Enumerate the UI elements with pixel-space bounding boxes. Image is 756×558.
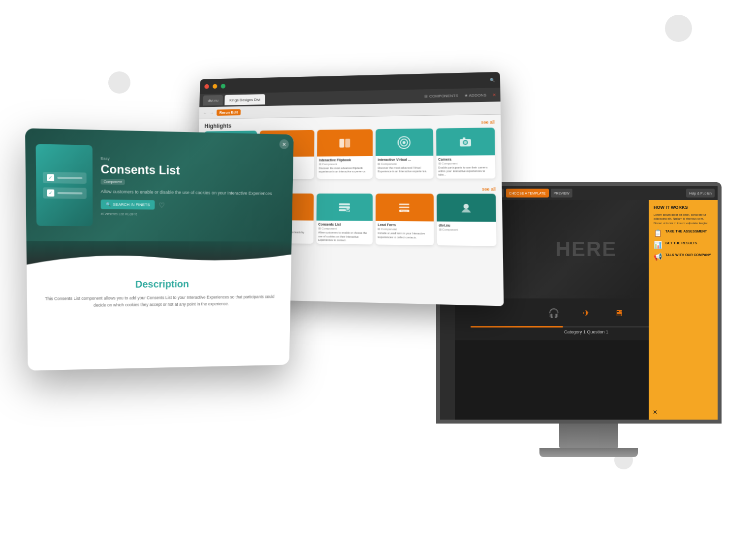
hiw-step-1: 📋 TAKE THE ASSESSMENT bbox=[654, 229, 713, 237]
titlebar-close-dot bbox=[204, 84, 209, 89]
browser-tab-divinu[interactable]: divi.nu bbox=[203, 95, 223, 106]
card-thumb-8 bbox=[316, 194, 373, 221]
decorative-circle-1 bbox=[665, 15, 692, 42]
browser-tab-kingsdesigns[interactable]: Kings Designs Divi bbox=[224, 94, 265, 105]
description-title: Description bbox=[39, 278, 280, 291]
card-title-4: Interactive Virtual ... bbox=[378, 158, 431, 162]
wave-svg bbox=[27, 251, 291, 271]
search-icon: 🔍 bbox=[106, 202, 111, 207]
consent-card-bottom: Description This Consents List component… bbox=[27, 270, 291, 318]
consent-line-1 bbox=[57, 177, 82, 179]
card-title-10: divi.nu bbox=[439, 224, 494, 228]
svg-text:Submit: Submit bbox=[402, 209, 409, 212]
card-title-8: Consents List bbox=[318, 223, 371, 227]
monitor-stand bbox=[559, 424, 618, 448]
titlebar-max-dot bbox=[221, 84, 225, 89]
card-title-3: Interactive Flipbook bbox=[319, 158, 371, 162]
component-card-10[interactable]: divi.nu ⊞ Component bbox=[437, 194, 497, 246]
consent-card-text: Easy Consents List Component Allow custo… bbox=[100, 156, 284, 217]
monitor-hero-text: HERE bbox=[556, 237, 617, 261]
tab-label-kings: Kings Designs Divi bbox=[229, 98, 260, 102]
card-thumb-5 bbox=[436, 128, 495, 156]
hiw-step-1-text: TAKE THE ASSESSMENT bbox=[665, 229, 707, 233]
card-thumb-10 bbox=[437, 194, 496, 222]
forward-btn[interactable]: → bbox=[210, 110, 214, 115]
see-all-link-bottom[interactable]: see all bbox=[482, 187, 496, 192]
card-thumb-4 bbox=[376, 129, 433, 156]
card-info-10: divi.nu ⊞ Component bbox=[437, 222, 496, 235]
card-desc-8: Allow customers to enable or choose the … bbox=[318, 231, 371, 242]
card-thumb-lead: Submit bbox=[376, 194, 434, 222]
browser-close-btn[interactable]: ✕ bbox=[493, 93, 496, 97]
results-icon: 📊 bbox=[654, 241, 662, 249]
monitor-help-btn[interactable]: Help & Publish bbox=[686, 189, 715, 197]
components-btn[interactable]: ⊞ COMPONENTS bbox=[425, 93, 458, 98]
card-type-4: ⊞ Component bbox=[378, 162, 431, 165]
svg-rect-19 bbox=[399, 206, 410, 208]
search-bar: 🔍 bbox=[490, 78, 495, 82]
favorite-icon[interactable]: ♡ bbox=[159, 201, 165, 209]
svg-rect-11 bbox=[463, 137, 465, 139]
checkbox-2: ✓ bbox=[47, 189, 54, 197]
megaphone-icon: 📢 bbox=[654, 253, 662, 261]
card-desc-4: Discover the most advanced Virtual Exper… bbox=[378, 166, 431, 173]
card-desc-3: Discover the most advanced flipbook expe… bbox=[319, 166, 371, 174]
svg-rect-4 bbox=[345, 138, 350, 147]
consent-card-main-title: Consents List bbox=[100, 163, 284, 179]
svg-point-7 bbox=[403, 141, 406, 144]
search-in-finets-btn[interactable]: 🔍 SEARCH IN FINETS bbox=[101, 200, 155, 210]
addons-btn[interactable]: ★ ADDONS bbox=[464, 93, 486, 98]
rerun-edit-btn[interactable]: Rerun Edit bbox=[217, 109, 241, 116]
component-card-3[interactable]: Interactive Flipbook ⊞ Component Discove… bbox=[317, 129, 373, 179]
card-type-lead: ⊞ Component bbox=[378, 227, 431, 231]
component-card-5[interactable]: Camera ⊞ Component Enable participants t… bbox=[436, 128, 496, 179]
hiw-step-3-text: TALK WITH OUR COMPANY bbox=[665, 253, 711, 257]
consent-row-1: ✓ bbox=[42, 172, 86, 184]
svg-rect-14 bbox=[339, 203, 350, 205]
card-title-lead: Lead Form bbox=[378, 223, 431, 227]
hiw-step-3: 📢 TALK WITH OUR COMPANY bbox=[654, 253, 713, 261]
back-btn[interactable]: ← bbox=[203, 110, 207, 115]
svg-rect-16 bbox=[339, 209, 346, 211]
monitor-choose-template-btn[interactable]: CHOOSE A TEMPLATE bbox=[506, 189, 548, 197]
panel-close-button[interactable]: ✕ bbox=[653, 409, 658, 416]
hiw-description: Lorem ipsum dolor sit amet, consectetur … bbox=[654, 213, 713, 225]
checkbox-1: ✓ bbox=[47, 174, 54, 181]
component-card-4[interactable]: Interactive Virtual ... ⊞ Component Disc… bbox=[376, 129, 433, 179]
component-card-8[interactable]: Consents List ⊞ Component Allow customer… bbox=[316, 194, 373, 244]
card-info-3: Interactive Flipbook ⊞ Component Discove… bbox=[317, 156, 373, 176]
svg-rect-15 bbox=[339, 206, 350, 208]
component-card-lead[interactable]: Submit Lead Form ⊞ Component Include a L… bbox=[376, 194, 434, 245]
card-type-3: ⊞ Component bbox=[319, 162, 371, 165]
see-all-link-top[interactable]: see all bbox=[481, 120, 495, 125]
svg-point-22 bbox=[463, 204, 469, 209]
card-title-5: Camera bbox=[438, 157, 493, 161]
progress-bar-fill bbox=[471, 326, 563, 328]
search-btn-label: SEARCH IN FINETS bbox=[113, 202, 150, 207]
card-thumb-3 bbox=[317, 129, 373, 156]
monitor-base bbox=[539, 448, 638, 457]
card-info-4: Interactive Virtual ... ⊞ Component Disc… bbox=[376, 156, 433, 175]
svg-rect-18 bbox=[399, 203, 410, 205]
consent-badge-row: Component bbox=[101, 179, 284, 187]
card-desc-5: Enable participants to use their camera … bbox=[438, 166, 493, 177]
card-transition-area bbox=[27, 241, 292, 271]
monitor-preview-btn[interactable]: PREVIEW bbox=[551, 189, 572, 197]
description-text: This Consents List component allows you … bbox=[39, 294, 280, 309]
decorative-circle-2 bbox=[108, 71, 130, 94]
consent-card-subtitle: Allow customers to enable or disable the… bbox=[101, 189, 284, 197]
card-type-10: ⊞ Component bbox=[439, 228, 494, 231]
card-desc-lead: Include a Lead form in your Interactive … bbox=[378, 231, 432, 239]
tab-label-divinu: divi.nu bbox=[208, 98, 219, 102]
hiw-step-2: 📊 GET THE RESULTS bbox=[654, 241, 713, 249]
monitor-icon: 🖥 bbox=[610, 304, 628, 322]
consent-component-badge: Component bbox=[101, 179, 125, 185]
modal-close-button[interactable]: ✕ bbox=[279, 139, 289, 149]
highlights-title: Highlights bbox=[204, 123, 231, 130]
card-info-5: Camera ⊞ Component Enable participants t… bbox=[436, 155, 495, 179]
consent-tag: #Consents List #GDPR bbox=[101, 212, 283, 217]
consent-card-modal: ✓ ✓ Easy Consents List Component Allow c… bbox=[25, 128, 294, 370]
hiw-step-2-text: GET THE RESULTS bbox=[665, 241, 697, 245]
consent-line-2 bbox=[57, 192, 82, 195]
consent-card-top: ✓ ✓ Easy Consents List Component Allow c… bbox=[25, 128, 294, 241]
